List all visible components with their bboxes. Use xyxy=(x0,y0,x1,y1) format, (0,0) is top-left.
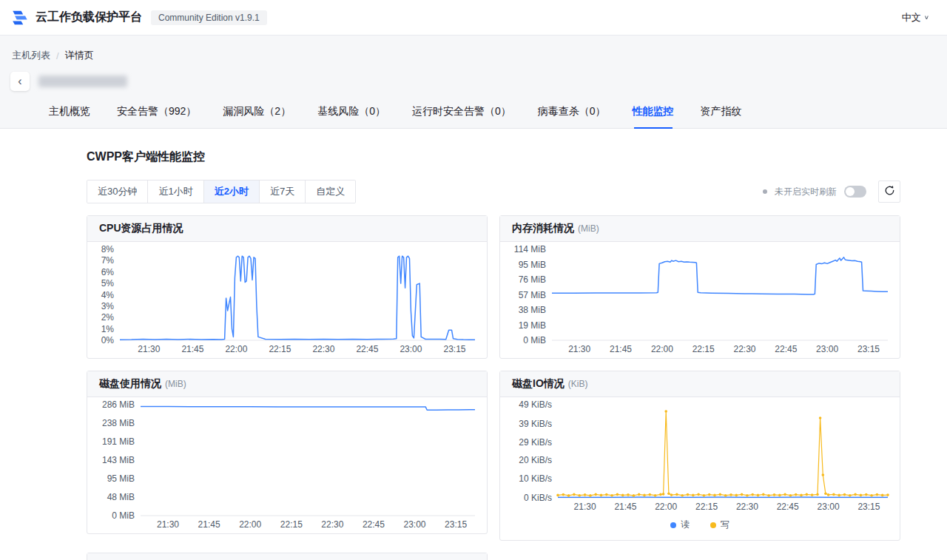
chevron-left-icon: ‹ xyxy=(18,75,21,87)
svg-text:22:15: 22:15 xyxy=(692,344,715,354)
tab-host-overview[interactable]: 主机概览 xyxy=(49,97,90,128)
edition-badge: Community Edition v1.9.1 xyxy=(151,10,267,25)
panel-title: 磁盘使用情况 xyxy=(99,377,161,391)
panel-unit: (KiB) xyxy=(568,379,588,389)
svg-text:23:15: 23:15 xyxy=(857,502,880,512)
svg-text:95 MiB: 95 MiB xyxy=(519,260,546,270)
svg-text:22:00: 22:00 xyxy=(651,344,673,354)
tab-security-alerts[interactable]: 安全告警（992） xyxy=(117,97,196,128)
svg-text:29 KiB/s: 29 KiB/s xyxy=(519,437,552,448)
svg-text:20 KiB/s: 20 KiB/s xyxy=(519,455,552,465)
refresh-button[interactable] xyxy=(878,181,900,203)
svg-text:49 KiB/s: 49 KiB/s xyxy=(519,399,552,410)
language-label: 中文 xyxy=(902,11,921,24)
panel-title: CPU资源占用情况 xyxy=(99,222,183,235)
svg-text:22:00: 22:00 xyxy=(225,344,247,354)
svg-text:23:15: 23:15 xyxy=(443,344,465,354)
tab-runtime-security-alerts[interactable]: 运行时安全告警（0） xyxy=(412,97,511,128)
memory-usage-panel: 内存消耗情况 (MiB) 0 MiB19 MiB38 MiB57 MiB76 M… xyxy=(499,215,900,359)
time-range-selector: 近30分钟 近1小时 近2小时 近7天 自定义 xyxy=(87,180,356,203)
svg-text:76 MiB: 76 MiB xyxy=(519,274,546,285)
realtime-refresh-status: 未开启实时刷新 xyxy=(775,186,837,198)
host-row: ‹ xyxy=(10,72,947,91)
breadcrumb: 主机列表 / 详情页 xyxy=(0,36,947,62)
svg-text:22:45: 22:45 xyxy=(363,519,385,530)
svg-text:0 MiB: 0 MiB xyxy=(523,335,546,345)
app-title: 云工作负载保护平台 xyxy=(36,10,142,25)
svg-text:5%: 5% xyxy=(101,278,115,289)
svg-text:21:30: 21:30 xyxy=(574,502,596,512)
svg-text:114 MiB: 114 MiB xyxy=(514,244,546,254)
time-range-1h-button[interactable]: 近1小时 xyxy=(148,181,203,203)
disk-usage-panel: 磁盘使用情况 (MiB) 0 MiB48 MiB95 MiB143 MiB191… xyxy=(87,371,488,534)
svg-text:7%: 7% xyxy=(101,255,115,266)
legend-item-write[interactable]: 写 xyxy=(710,519,729,531)
status-dot xyxy=(763,189,767,194)
svg-text:143 MiB: 143 MiB xyxy=(102,455,135,465)
panel-unit: (MiB) xyxy=(578,223,599,234)
tab-performance-monitoring[interactable]: 性能监控 xyxy=(633,97,674,128)
svg-text:23:00: 23:00 xyxy=(816,344,838,354)
cpu-usage-chart: 0%1%2%3%4%5%6%7%8%21:3021:4522:0022:1522… xyxy=(87,242,487,358)
svg-text:48 MiB: 48 MiB xyxy=(107,492,135,502)
time-range-2h-button[interactable]: 近2小时 xyxy=(204,181,260,203)
svg-text:1%: 1% xyxy=(101,324,115,334)
memory-usage-chart: 0 MiB19 MiB38 MiB57 MiB76 MiB95 MiB114 M… xyxy=(500,242,900,358)
svg-text:238 MiB: 238 MiB xyxy=(102,418,135,428)
svg-text:22:30: 22:30 xyxy=(312,344,334,354)
realtime-refresh-toggle[interactable] xyxy=(844,186,866,198)
tab-virus-scan[interactable]: 病毒查杀（0） xyxy=(538,97,606,128)
svg-text:21:45: 21:45 xyxy=(181,344,203,354)
svg-text:22:15: 22:15 xyxy=(269,344,291,354)
time-range-custom-button[interactable]: 自定义 xyxy=(306,181,355,203)
disk-usage-chart: 0 MiB48 MiB95 MiB143 MiB191 MiB238 MiB28… xyxy=(87,397,487,533)
chevron-down-icon: ∨ xyxy=(924,14,929,21)
svg-text:0 MiB: 0 MiB xyxy=(112,510,135,521)
host-name-redacted xyxy=(38,75,127,87)
svg-text:3%: 3% xyxy=(101,301,115,311)
svg-text:22:00: 22:00 xyxy=(655,502,677,512)
top-bar: 云工作负载保护平台 Community Edition v1.9.1 中文 ∨ xyxy=(0,0,947,36)
svg-text:23:00: 23:00 xyxy=(400,344,422,354)
tab-asset-fingerprint[interactable]: 资产指纹 xyxy=(701,97,742,128)
svg-text:2%: 2% xyxy=(101,312,115,323)
language-selector[interactable]: 中文 ∨ xyxy=(902,11,929,24)
svg-text:0 KiB/s: 0 KiB/s xyxy=(524,493,552,503)
time-range-7d-button[interactable]: 近7天 xyxy=(260,181,306,203)
svg-text:22:45: 22:45 xyxy=(775,344,797,354)
svg-text:19 MiB: 19 MiB xyxy=(519,320,546,331)
disk-io-chart: 0 KiB/s10 KiB/s20 KiB/s29 KiB/s39 KiB/s4… xyxy=(500,397,900,516)
svg-text:22:30: 22:30 xyxy=(321,519,343,530)
svg-text:4%: 4% xyxy=(101,290,115,300)
disk-io-panel: 磁盘IO情况 (KiB) 0 KiB/s10 KiB/s20 KiB/s29 K… xyxy=(499,371,900,541)
svg-text:21:30: 21:30 xyxy=(568,344,590,354)
svg-text:23:00: 23:00 xyxy=(403,519,425,530)
time-range-30min-button[interactable]: 近30分钟 xyxy=(87,181,148,203)
breadcrumb-host-list[interactable]: 主机列表 xyxy=(12,49,50,62)
legend-label-write: 写 xyxy=(721,519,729,531)
main-content: CWPP客户端性能监控 近30分钟 近1小时 近2小时 近7天 自定义 未开启实… xyxy=(0,129,947,560)
panel-title: 内存消耗情况 xyxy=(512,222,574,235)
svg-text:22:15: 22:15 xyxy=(695,502,718,512)
panel-header: CPU资源占用情况 xyxy=(87,216,487,242)
svg-text:95 MiB: 95 MiB xyxy=(107,473,135,484)
svg-text:57 MiB: 57 MiB xyxy=(519,290,546,300)
svg-text:22:15: 22:15 xyxy=(280,519,303,530)
tab-baseline-risk[interactable]: 基线风险（0） xyxy=(317,97,385,128)
svg-text:6%: 6% xyxy=(101,267,115,277)
legend-item-read[interactable]: 读 xyxy=(670,519,690,531)
legend-label-read: 读 xyxy=(681,519,690,531)
svg-text:38 MiB: 38 MiB xyxy=(519,305,546,315)
svg-text:22:30: 22:30 xyxy=(736,502,758,512)
back-button[interactable]: ‹ xyxy=(10,72,30,91)
panel-title: 磁盘IO情况 xyxy=(512,377,565,391)
svg-text:21:45: 21:45 xyxy=(614,502,636,512)
svg-text:22:30: 22:30 xyxy=(733,344,755,354)
svg-text:22:00: 22:00 xyxy=(239,519,261,530)
cpu-usage-panel: CPU资源占用情况 0%1%2%3%4%5%6%7%8%21:3021:4522… xyxy=(87,215,488,359)
svg-text:0%: 0% xyxy=(101,335,115,345)
svg-text:10 KiB/s: 10 KiB/s xyxy=(519,473,552,484)
legend-dot-read xyxy=(670,522,676,528)
panel-header: 磁盘IO情况 (KiB) xyxy=(500,371,900,397)
tab-vulnerability-risk[interactable]: 漏洞风险（2） xyxy=(223,97,291,128)
